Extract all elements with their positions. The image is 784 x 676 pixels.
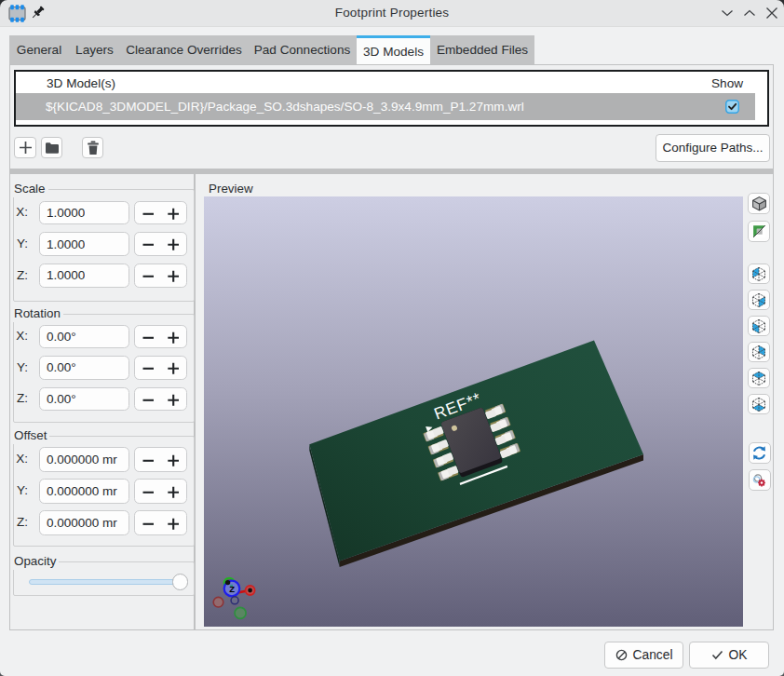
svg-text:Z: Z xyxy=(229,584,235,594)
